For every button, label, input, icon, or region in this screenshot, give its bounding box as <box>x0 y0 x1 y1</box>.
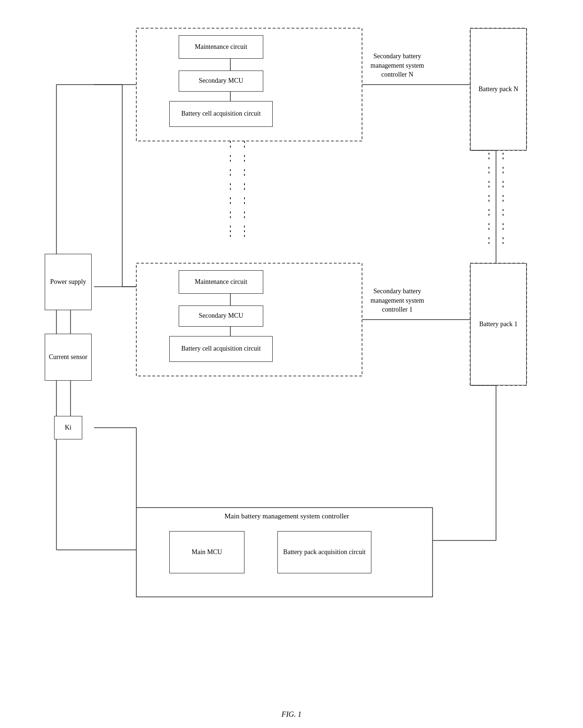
power-supply-label: Power supply <box>50 278 87 286</box>
ki-label: Ki <box>65 423 71 432</box>
battery-cell-acq-n-box: Battery cell acquisition circuit <box>169 101 273 127</box>
maintenance-circuit-1-label: Maintenance circuit <box>195 278 247 286</box>
secondary-mcu-1-label: Secondary MCU <box>199 312 244 320</box>
current-sensor-box: Current sensor <box>45 334 92 381</box>
secondary-bms-n-label: Secondary battery management system cont… <box>367 52 428 79</box>
battery-pack-n-label: Battery pack N <box>479 85 519 94</box>
maintenance-circuit-n-label: Maintenance circuit <box>195 43 247 51</box>
battery-pack-n-box: Battery pack N <box>470 28 527 150</box>
secondary-mcu-n-box: Secondary MCU <box>179 70 263 92</box>
main-bms-label: Main battery management system controlle… <box>150 511 423 521</box>
maintenance-circuit-n-box: Maintenance circuit <box>179 35 263 59</box>
ki-switch-box: Ki <box>54 416 82 439</box>
diagram-container: Maintenance circuit Secondary MCU Batter… <box>28 14 555 696</box>
current-sensor-label: Current sensor <box>49 353 87 361</box>
power-supply-box: Power supply <box>45 254 92 310</box>
battery-pack-1-box: Battery pack 1 <box>470 263 527 385</box>
main-mcu-box: Main MCU <box>169 531 244 573</box>
battery-cell-acq-1-label: Battery cell acquisition circuit <box>181 344 260 353</box>
battery-pack-1-label: Battery pack 1 <box>479 320 518 329</box>
battery-cell-acq-n-label: Battery cell acquisition circuit <box>181 110 260 118</box>
battery-pack-acq-label: Battery pack acquisition circuit <box>283 548 365 556</box>
battery-cell-acq-1-box: Battery cell acquisition circuit <box>169 336 273 362</box>
figure-label: FIG. 1 <box>282 710 302 719</box>
secondary-bms-1-label: Secondary battery management system cont… <box>367 287 428 314</box>
maintenance-circuit-1-box: Maintenance circuit <box>179 270 263 294</box>
battery-pack-acq-box: Battery pack acquisition circuit <box>277 531 371 573</box>
secondary-mcu-n-label: Secondary MCU <box>199 77 244 85</box>
main-mcu-label: Main MCU <box>192 548 222 556</box>
secondary-mcu-1-box: Secondary MCU <box>179 305 263 327</box>
